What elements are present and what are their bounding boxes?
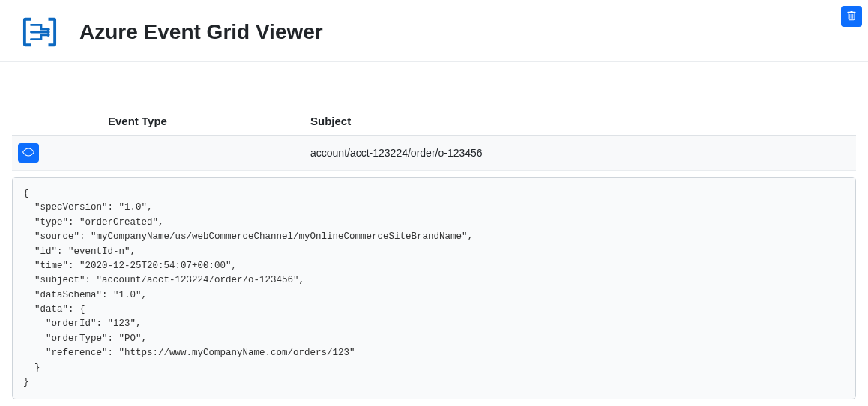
page-header: Azure Event Grid Viewer xyxy=(0,0,868,62)
svg-point-3 xyxy=(46,28,49,31)
svg-point-5 xyxy=(46,34,49,37)
clear-events-button[interactable] xyxy=(841,6,862,27)
table-row-details: { "specVersion": "1.0", "type": "orderCr… xyxy=(12,171,856,400)
column-header-toggle xyxy=(12,107,102,136)
cell-subject: account/acct-123224/order/o-123456 xyxy=(304,136,856,171)
table-row: account/acct-123224/order/o-123456 xyxy=(12,136,856,171)
svg-rect-1 xyxy=(31,17,49,22)
column-header-subject: Subject xyxy=(304,107,856,136)
svg-point-4 xyxy=(46,31,49,34)
table-header-row: Event Type Subject xyxy=(12,107,856,136)
svg-rect-2 xyxy=(31,43,49,47)
events-table: Event Type Subject ac xyxy=(12,107,856,399)
events-section: Event Type Subject ac xyxy=(0,62,868,406)
column-header-event-type: Event Type xyxy=(102,107,304,136)
event-payload-json: { "specVersion": "1.0", "type": "orderCr… xyxy=(12,177,856,399)
eye-icon xyxy=(22,146,34,160)
page-title: Azure Event Grid Viewer xyxy=(79,20,323,44)
cell-event-type xyxy=(102,136,304,171)
app-logo xyxy=(21,13,58,51)
toggle-details-button[interactable] xyxy=(18,143,39,163)
trash-icon xyxy=(846,10,857,23)
